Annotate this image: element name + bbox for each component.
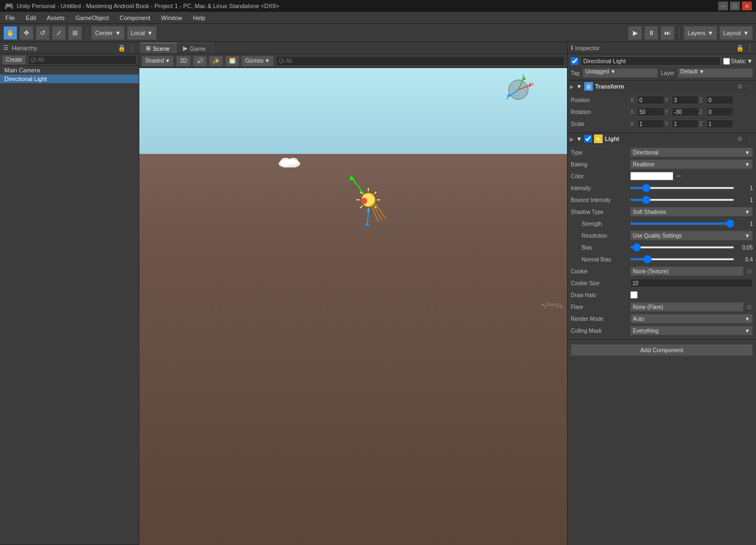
scale-z-input[interactable] — [706, 119, 733, 128]
cookie-size-input[interactable] — [630, 279, 753, 287]
menu-assets[interactable]: Assets — [42, 14, 70, 22]
rotation-z-input[interactable] — [706, 107, 733, 116]
cookie-dropdown[interactable]: None (Texture) — [630, 266, 744, 276]
play-button[interactable]: ▶ — [628, 26, 642, 40]
transform-settings-btn[interactable]: ⚙ — [736, 83, 744, 90]
scale-y-input[interactable] — [672, 119, 699, 128]
rotation-y-input[interactable] — [672, 107, 699, 116]
shading-dropdown[interactable]: Shaded ▼ — [141, 56, 174, 66]
tool-scale[interactable]: ⤢ — [52, 26, 66, 40]
culling-mask-dropdown[interactable]: Everything ▼ — [630, 326, 753, 335]
light-header[interactable]: ▶ ▼ ☀ Light ⚙ ⋮ — [568, 133, 756, 145]
rotation-row: Rotation X Y Z — [571, 106, 753, 117]
menu-window[interactable]: Window — [156, 14, 187, 22]
menu-gameobject[interactable]: GameObject — [70, 14, 114, 22]
pause-button[interactable]: ⏸ — [644, 26, 658, 40]
menu-component[interactable]: Component — [114, 14, 156, 22]
rotation-x-input[interactable] — [637, 107, 664, 116]
scale-x-input[interactable] — [637, 119, 664, 128]
add-component-button[interactable]: Add Component — [571, 344, 753, 356]
maximize-button[interactable]: □ — [730, 2, 740, 10]
gizmos-dropdown[interactable]: Gizmos ▼ — [241, 56, 274, 66]
transform-dots-btn[interactable]: ⋮ — [746, 83, 754, 90]
light-dots-btn[interactable]: ⋮ — [746, 136, 754, 143]
transform-component: ▶ ▼ ⊞ Transform ⚙ ⋮ Position X Y — [568, 80, 756, 133]
position-x-input[interactable] — [637, 96, 664, 104]
static-arrow[interactable]: ▼ — [747, 58, 753, 64]
camera-label: Main Camera — [4, 67, 40, 73]
light-intensity-slider[interactable] — [630, 187, 734, 189]
flare-dropdown[interactable]: None (Flare) — [630, 302, 744, 312]
object-name-field[interactable] — [580, 56, 721, 66]
tab-scene[interactable]: ⊞ Scene — [139, 43, 177, 53]
light-baking-dropdown[interactable]: Realtime ▼ — [630, 159, 753, 169]
position-y-input[interactable] — [672, 96, 699, 104]
scene-search-input[interactable] — [276, 56, 565, 66]
menu-file[interactable]: File — [0, 14, 21, 22]
culling-mask-value: Everything — [633, 328, 658, 334]
skybox-button[interactable]: 🌅 — [225, 56, 239, 66]
scene-viewport[interactable]: Y X Z x z ✦ Persp — [139, 68, 567, 545]
close-button[interactable]: ✕ — [742, 2, 752, 10]
static-checkbox[interactable] — [723, 58, 730, 65]
transform-collapse-icon: ▶ — [570, 84, 574, 90]
inspector-lock-icon[interactable]: 🔒 — [736, 44, 744, 52]
fx-button[interactable]: ✨ — [209, 56, 223, 66]
draw-halo-label: Draw Halo — [571, 292, 630, 298]
tool-rotate[interactable]: ↺ — [36, 26, 50, 40]
inspector-dots-icon[interactable]: ⋮ — [746, 44, 753, 52]
transform-header[interactable]: ▶ ▼ ⊞ Transform ⚙ ⋮ — [568, 80, 756, 92]
tab-game[interactable]: ▶ Game — [177, 43, 213, 53]
shadow-resolution-value: Use Quality Settings — [633, 233, 682, 239]
shadow-bias-slider[interactable] — [630, 246, 734, 248]
normal-bias-value: 0.4 — [737, 257, 753, 263]
layer-dropdown[interactable]: Default ▼ — [678, 68, 753, 78]
hierarchy-item-directional-light[interactable]: Directional Light — [0, 75, 139, 83]
draw-halo-checkbox[interactable] — [630, 291, 638, 299]
transform-body: Position X Y Z Rotation X — [568, 92, 756, 132]
shadow-resolution-dropdown[interactable]: Use Quality Settings ▼ — [630, 231, 753, 240]
normal-bias-slider[interactable] — [630, 258, 734, 260]
position-z-input[interactable] — [706, 96, 733, 104]
2d-label: 2D — [180, 58, 187, 64]
hierarchy-search-input[interactable] — [28, 55, 137, 65]
hierarchy-dots-icon[interactable]: ⋮ — [129, 44, 136, 52]
shadow-strength-slider[interactable] — [630, 223, 734, 225]
menu-help[interactable]: Help — [187, 14, 211, 22]
gizmos-label: Gizmos — [245, 58, 264, 64]
tag-dropdown[interactable]: Untagged ▼ — [583, 68, 658, 78]
light-bounce-row: Bounce Intensity 1 — [571, 194, 753, 205]
hierarchy-create-button[interactable]: Create — [2, 55, 26, 65]
shadow-type-dropdown[interactable]: Soft Shadows ▼ — [630, 207, 753, 217]
light-type-dropdown[interactable]: Directional ▼ — [630, 147, 753, 157]
light-bounce-slider[interactable] — [630, 199, 734, 201]
shading-arrow: ▼ — [165, 58, 170, 64]
minimize-button[interactable]: ─ — [718, 2, 728, 10]
perspective-label: ✦ Persp — [541, 301, 561, 308]
object-active-checkbox[interactable] — [571, 57, 578, 65]
layers-dropdown[interactable]: Layers ▼ — [684, 26, 717, 40]
tool-hand[interactable]: ✋ — [3, 26, 17, 40]
flare-select-btn[interactable]: ⊙ — [746, 304, 753, 311]
scene-tab-label: Scene — [153, 45, 170, 52]
layout-dropdown[interactable]: Layout ▼ — [719, 26, 753, 40]
hierarchy-item-main-camera[interactable]: Main Camera — [0, 66, 139, 75]
audio-button[interactable]: 🔊 — [193, 56, 207, 66]
step-button[interactable]: ⏭ — [660, 26, 674, 40]
light-settings-btn[interactable]: ⚙ — [736, 136, 744, 143]
cookie-label: Cookie — [571, 268, 630, 274]
tool-rect[interactable]: ⊞ — [68, 26, 82, 40]
light-color-eyedropper[interactable]: ✏ — [676, 173, 683, 180]
light-color-swatch[interactable] — [630, 172, 673, 180]
cookie-field: None (Texture) ⊙ — [630, 266, 753, 276]
light-enabled-checkbox[interactable] — [584, 135, 592, 143]
tool-move[interactable]: ✥ — [19, 26, 33, 40]
light-bounce-value: 1 — [737, 197, 753, 203]
render-mode-dropdown[interactable]: Auto ▼ — [630, 314, 753, 324]
pivot-dropdown[interactable]: Center ▼ — [91, 26, 125, 40]
space-dropdown[interactable]: Local ▼ — [127, 26, 157, 40]
hierarchy-lock-icon[interactable]: 🔒 — [118, 44, 126, 52]
2d-button[interactable]: 2D — [176, 56, 191, 66]
cookie-select-btn[interactable]: ⊙ — [746, 268, 753, 275]
menu-edit[interactable]: Edit — [21, 14, 42, 22]
